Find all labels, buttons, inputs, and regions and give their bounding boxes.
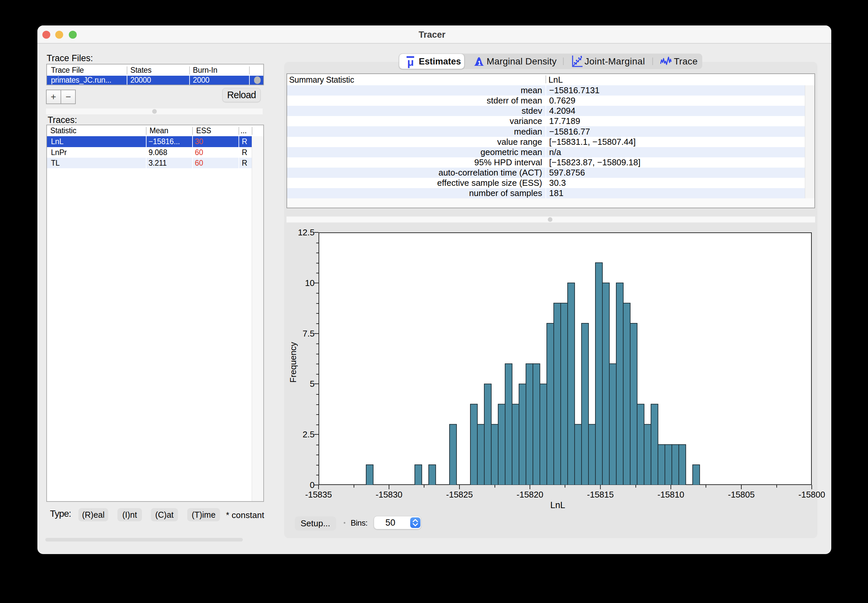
svg-text:1: 1: [478, 60, 481, 66]
svg-text:μ: μ: [407, 57, 414, 68]
